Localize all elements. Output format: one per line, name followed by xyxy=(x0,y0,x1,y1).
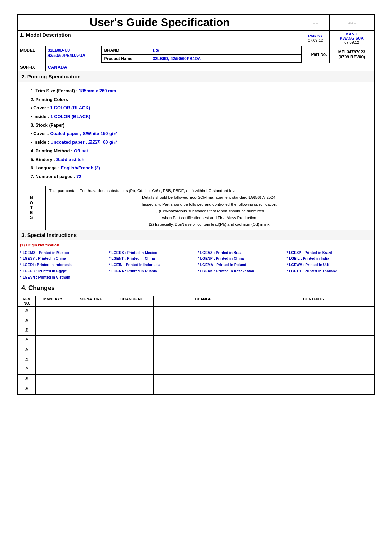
origin-item: * LGESP : Printed in Brazil xyxy=(287,250,372,256)
change-no-cell xyxy=(112,316,154,326)
change-cell xyxy=(154,365,253,374)
change-no-cell xyxy=(112,306,154,316)
notes-side-label: NOTES xyxy=(18,186,45,230)
change-no-cell xyxy=(112,374,154,384)
contents-header: CONTENTS xyxy=(253,296,374,306)
contents-cell xyxy=(253,335,374,345)
product-name-value: 32LB9D, 42/50/60PB4DA xyxy=(150,55,301,63)
mmdd-cell xyxy=(36,335,70,345)
table-row: △7 xyxy=(18,326,374,335)
rev-cell: △8 xyxy=(18,316,36,326)
mmdd-cell xyxy=(36,345,70,355)
section1-header: 1. Model Description xyxy=(18,31,302,46)
contents-cell xyxy=(253,326,374,335)
signature-cell xyxy=(70,316,112,326)
change-cell xyxy=(154,326,253,335)
section2-header: 2. Printing Specification xyxy=(18,71,374,82)
rev-cell: △5 xyxy=(18,345,36,355)
brand-cell: BRAND LG Product Name 32LB9D, 42/50/60PB… xyxy=(101,46,302,63)
signature-cell xyxy=(70,326,112,335)
product-name-label: Product Name xyxy=(101,55,150,63)
changes-table-container: REV. NO.MM/DD/YYSIGNATURECHANGE NO.CHANG… xyxy=(18,294,374,394)
brand-value: LG xyxy=(150,46,301,55)
contents-cell xyxy=(253,316,374,326)
change-cell xyxy=(154,345,253,355)
suffix-spacer xyxy=(101,63,374,71)
signature-cell xyxy=(70,365,112,374)
origin-item: * LGETH : Printed in Thailand xyxy=(287,268,372,274)
mmdd-cell xyxy=(36,355,70,365)
notes-content: "This part contain Eco-hazardous substan… xyxy=(45,186,374,230)
mmdd-cell xyxy=(36,384,70,394)
table-row: △8 xyxy=(18,316,374,326)
change-no-cell xyxy=(112,326,154,335)
origin-item: * LGEVN : Printed in Vietnam xyxy=(20,274,105,281)
rev-cell: △2 xyxy=(18,374,36,384)
change-no-cell xyxy=(112,335,154,345)
table-row: △9 xyxy=(18,306,374,316)
contents-cell xyxy=(253,365,374,374)
signature-header: SIGNATURE xyxy=(70,296,112,306)
signature-cell xyxy=(70,384,112,394)
contents-cell xyxy=(253,374,374,384)
table-row: △1 xyxy=(18,384,374,394)
change-cell xyxy=(154,306,253,316)
signature-cell xyxy=(70,345,112,355)
approval-left-person: Park SY 07.09.12 xyxy=(302,31,329,46)
table-row: △6 xyxy=(18,335,374,345)
origin-item: * LGERA : Printed in Russia xyxy=(109,268,194,274)
origin-item: * LGEMA : Printed in Poland xyxy=(198,262,283,268)
suffix-label: SUFFIX xyxy=(18,63,45,71)
rev-cell: △3 xyxy=(18,365,36,374)
change-header: CHANGE xyxy=(154,296,253,306)
mmdd-header: MM/DD/YY xyxy=(36,296,70,306)
contents-cell xyxy=(253,345,374,355)
mmdd-cell xyxy=(36,326,70,335)
table-row: △4 xyxy=(18,355,374,365)
change-cell xyxy=(154,374,253,384)
origin-item: * LGEDI : Printed in Indonesia xyxy=(20,262,105,268)
signature-cell xyxy=(70,335,112,345)
origin-item: * LGENP : Printed in China xyxy=(198,256,283,262)
rev-cell: △7 xyxy=(18,326,36,335)
change-no-cell xyxy=(112,355,154,365)
approval-left-box: □ □ xyxy=(302,14,329,31)
change-no-cell xyxy=(112,345,154,355)
model-label-cell: MODEL xyxy=(18,46,45,63)
model-value-cell: 32LB9D-UJ 42/50/60PB4DA-UA xyxy=(45,46,101,63)
origin-item: * LGEEG : Printed in Egypt xyxy=(20,268,105,274)
mmdd-cell xyxy=(36,316,70,326)
approval-right-box: □ □ □ xyxy=(329,14,374,31)
change-cell xyxy=(154,355,253,365)
signature-cell xyxy=(70,374,112,384)
origin-item: * LGERS : Printed in Mexico xyxy=(109,250,194,256)
origin-item: * LGEWA : Printed in U.K. xyxy=(287,262,372,268)
section4-header: 4. Changes xyxy=(18,282,374,294)
origin-item: * LGEAK : Printed in Kazakhstan xyxy=(198,268,283,274)
origin-item: * LGEAZ : Printed in Brazil xyxy=(198,250,283,256)
contents-cell xyxy=(253,384,374,394)
rev-cell: △4 xyxy=(18,355,36,365)
contents-cell xyxy=(253,355,374,365)
change-cell xyxy=(154,335,253,345)
table-row: △5 xyxy=(18,345,374,355)
origin-item: * LGEIN : Printed in Indonesia xyxy=(109,262,194,268)
part-no-value: MFL34797023 (0709-REV00) xyxy=(329,46,374,63)
rev-cell: △9 xyxy=(18,306,36,316)
table-row: △2 xyxy=(18,374,374,384)
change-no-header: CHANGE NO. xyxy=(112,296,154,306)
section3-header: 3. Special Instructions xyxy=(18,230,374,240)
origin-item: * LGEMX : Printed in Mexico xyxy=(20,250,105,256)
signature-cell xyxy=(70,355,112,365)
approval-right-person: KANG KWANG SUK 07.09.12 xyxy=(329,31,374,46)
part-no-label: Part No. xyxy=(302,46,329,63)
change-no-cell xyxy=(112,384,154,394)
rev-cell: △6 xyxy=(18,335,36,345)
rev-header: REV. NO. xyxy=(18,296,36,306)
change-cell xyxy=(154,316,253,326)
change-no-cell xyxy=(112,365,154,374)
document-title: User's Guide Specification xyxy=(18,14,302,31)
mmdd-cell xyxy=(36,374,70,384)
mmdd-cell xyxy=(36,365,70,374)
suffix-value: CANADA xyxy=(45,63,101,71)
